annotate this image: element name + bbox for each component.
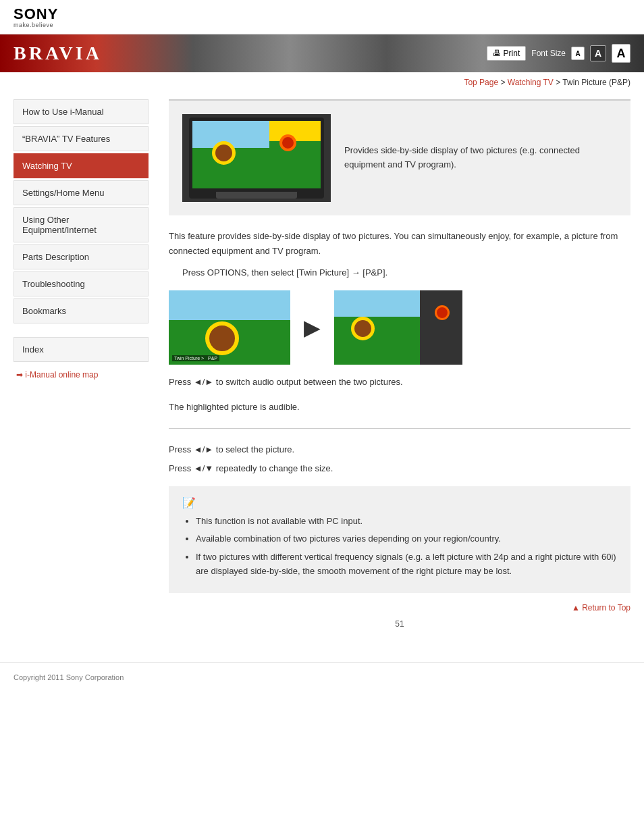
sidebar-item-troubleshooting[interactable]: Troubleshooting [14, 271, 149, 296]
sunflower-small-icon [351, 317, 375, 340]
demo-split-left [334, 290, 420, 365]
return-to-top: Return to Top [169, 603, 630, 613]
sidebar-item-index[interactable]: Index [14, 337, 149, 362]
footer: Copyright 2011 Sony Corporation [0, 662, 644, 692]
copyright-text: Copyright 2011 Sony Corporation [14, 673, 124, 681]
note-item-3: If two pictures with different vertical … [196, 550, 617, 579]
change-size-text: Press ◄/▼ repeatedly to change the size. [169, 461, 630, 476]
switch-audio-text1: Press ◄/► to switch audio output between… [169, 375, 630, 390]
note-icon: 📝 [182, 496, 617, 509]
section-divider [169, 428, 630, 429]
sidebar-item-parts-description[interactable]: Parts Description [14, 244, 149, 269]
note-list: This function is not available with PC i… [182, 515, 617, 579]
note-box: 📝 This function is not available with PC… [169, 486, 630, 593]
font-size-small-button[interactable]: A [571, 47, 585, 60]
sidebar-item-watching-tv[interactable]: Watching TV [14, 153, 149, 178]
main-layout: How to Use i-Manual “BRAVIA” TV Features… [0, 93, 644, 649]
switch-audio-text2: The highlighted picture is audible. [169, 400, 630, 415]
breadcrumb-watching-tv[interactable]: Watching TV [508, 78, 554, 87]
sunflower-icon [205, 321, 239, 355]
breadcrumb: Top Page > Watching TV > Twin Picture (P… [0, 72, 644, 93]
feature-text: Provides side-by-side display of two pic… [344, 144, 617, 172]
select-picture-text: Press ◄/► to select the picture. [169, 442, 630, 457]
demo-split-right [420, 290, 462, 365]
bravia-banner: BRAVIA 🖶 Print Font Size A A A [0, 34, 644, 72]
note-item-1: This function is not available with PC i… [196, 515, 617, 529]
sidebar-item-other-equipment[interactable]: Using Other Equipment/Internet [14, 207, 149, 242]
online-map-link[interactable]: i-Manual online map [14, 370, 149, 380]
print-icon: 🖶 [493, 49, 501, 58]
sony-tagline: make.believe [14, 22, 630, 28]
breadcrumb-current: > Twin Picture (P&P) [554, 78, 630, 87]
demo-images-row: Twin Picture > P&P ▶ [169, 290, 630, 365]
tv-screen [192, 121, 321, 188]
page-number: 51 [169, 619, 630, 629]
demo-image-before: Twin Picture > P&P [169, 290, 290, 365]
breadcrumb-top-page[interactable]: Top Page [464, 78, 498, 87]
demo-image-after [334, 290, 462, 365]
tv-screen-left [192, 121, 269, 188]
tv-screen-right [269, 121, 321, 188]
content-area: Provides side-by-side display of two pic… [149, 93, 644, 649]
banner-controls: 🖶 Print Font Size A A A [487, 44, 630, 63]
demo-overlay-text: Twin Picture > P&P [172, 355, 219, 361]
options-instruction: Press OPTIONS, then select [Twin Picture… [182, 265, 630, 280]
return-to-top-link[interactable]: Return to Top [572, 603, 630, 613]
feature-image [182, 114, 331, 202]
print-button[interactable]: 🖶 Print [487, 46, 527, 61]
bravia-title: BRAVIA [14, 43, 102, 64]
sidebar: How to Use i-Manual “BRAVIA” TV Features… [14, 93, 149, 649]
font-size-label: Font Size [531, 49, 566, 58]
breadcrumb-sep1: > [498, 78, 508, 87]
font-size-medium-button[interactable]: A [590, 45, 606, 61]
print-label: Print [504, 49, 520, 58]
top-header: SONY make.believe [0, 0, 644, 34]
sidebar-item-how-to-use[interactable]: How to Use i-Manual [14, 99, 149, 124]
tv-frame [189, 118, 324, 199]
sidebar-item-settings[interactable]: Settings/Home Menu [14, 180, 149, 205]
note-item-2: Available combination of two pictures va… [196, 532, 617, 546]
font-size-large-button[interactable]: A [612, 44, 630, 63]
sony-logo: SONY [14, 7, 630, 22]
tv-stand [216, 192, 297, 199]
sidebar-item-bravia-features[interactable]: “BRAVIA” TV Features [14, 126, 149, 151]
arrow-right-icon: ▶ [304, 315, 321, 340]
section-description: This feature provides side-by-side displ… [169, 229, 630, 259]
sidebar-item-bookmarks[interactable]: Bookmarks [14, 298, 149, 323]
feature-box: Provides side-by-side display of two pic… [169, 99, 630, 215]
